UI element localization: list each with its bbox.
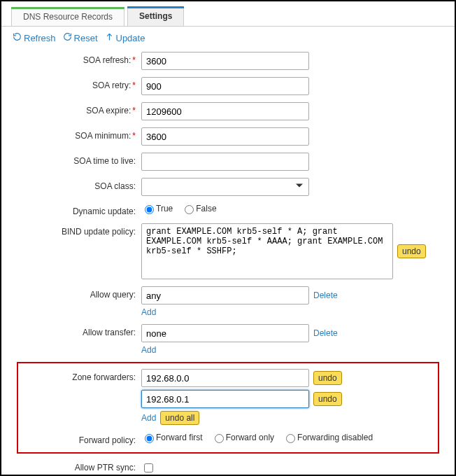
forwarders-highlight: Zone forwarders: undo undo Add undo all	[17, 362, 439, 454]
forward-policy-label: Forward policy:	[22, 432, 141, 445]
allow-transfer-input[interactable]	[141, 324, 309, 342]
allow-query-input[interactable]	[141, 286, 309, 304]
allow-ptr-checkbox[interactable]	[144, 463, 153, 472]
soa-retry-input[interactable]	[141, 77, 309, 95]
forwarding-disabled-label: Forwarding disabled	[297, 433, 373, 442]
forward-first-radio[interactable]	[145, 434, 154, 443]
refresh-label: Refresh	[24, 33, 56, 43]
forward-only-radio[interactable]	[215, 434, 224, 443]
dynamic-update-true[interactable]	[145, 205, 154, 214]
reset-label: Reset	[74, 33, 98, 43]
settings-panel: DNS Resource Records Settings Refresh Re…	[0, 0, 456, 476]
soa-refresh-label: SOA refresh:*	[22, 52, 141, 65]
bind-policy-label: BIND update policy:	[22, 223, 141, 237]
tab-settings[interactable]: Settings	[127, 7, 184, 26]
forward-only-label: Forward only	[226, 433, 274, 442]
true-label: True	[156, 204, 173, 214]
zone-forwarder-undo-1[interactable]: undo	[313, 392, 342, 406]
tab-dns-records[interactable]: DNS Resource Records	[11, 7, 124, 26]
soa-minimum-label: SOA minimum:*	[22, 127, 141, 141]
false-label: False	[196, 204, 216, 214]
refresh-button[interactable]: Refresh	[13, 32, 56, 43]
dynamic-update-group: True False	[141, 203, 434, 214]
tab-bar: DNS Resource Records Settings	[1, 7, 455, 27]
allow-query-add-link[interactable]: Add	[141, 307, 156, 317]
forwarding-disabled-radio[interactable]	[286, 434, 295, 443]
soa-expire-label: SOA expire:*	[22, 102, 141, 115]
zone-forwarder-undo-all[interactable]: undo all	[160, 411, 199, 425]
allow-transfer-add-link[interactable]: Add	[141, 345, 156, 355]
soa-ttl-label: SOA time to live:	[22, 153, 141, 166]
soa-class-label: SOA class:	[22, 178, 141, 191]
bind-policy-undo-button[interactable]: undo	[397, 244, 426, 258]
bind-policy-textarea[interactable]	[141, 223, 393, 279]
zone-forwarder-input-0[interactable]	[141, 369, 309, 387]
soa-minimum-input[interactable]	[141, 127, 309, 146]
zone-forwarder-undo-0[interactable]: undo	[313, 371, 342, 385]
update-label: Update	[116, 33, 145, 43]
dynamic-update-false[interactable]	[185, 205, 194, 214]
forward-first-label: Forward first	[156, 433, 203, 442]
settings-form: SOA refresh:* SOA retry:* SOA expire:* S…	[1, 49, 455, 476]
soa-expire-input[interactable]	[141, 102, 309, 120]
reset-button[interactable]: Reset	[63, 32, 98, 43]
dynamic-update-label: Dynamic update:	[22, 203, 141, 216]
zone-forwarder-input-1[interactable]	[141, 390, 309, 408]
reset-icon	[63, 32, 72, 43]
allow-ptr-label: Allow PTR sync:	[22, 459, 141, 472]
allow-transfer-delete-link[interactable]: Delete	[313, 328, 338, 338]
allow-transfer-label: Allow transfer:	[22, 324, 141, 337]
forward-policy-group: Forward first Forward only Forwarding di…	[141, 432, 434, 443]
zone-forwarder-add-link[interactable]: Add	[141, 413, 156, 423]
refresh-icon	[13, 32, 22, 43]
soa-ttl-input[interactable]	[141, 153, 309, 171]
up-arrow-icon	[105, 32, 114, 43]
action-bar: Refresh Reset Update	[1, 27, 455, 49]
update-button[interactable]: Update	[105, 32, 145, 43]
soa-refresh-input[interactable]	[141, 52, 309, 70]
allow-query-label: Allow query:	[22, 286, 141, 300]
soa-retry-label: SOA retry:*	[22, 77, 141, 90]
allow-query-delete-link[interactable]: Delete	[313, 290, 338, 300]
zone-forwarders-label: Zone forwarders:	[22, 369, 141, 382]
soa-class-select[interactable]	[141, 178, 309, 196]
